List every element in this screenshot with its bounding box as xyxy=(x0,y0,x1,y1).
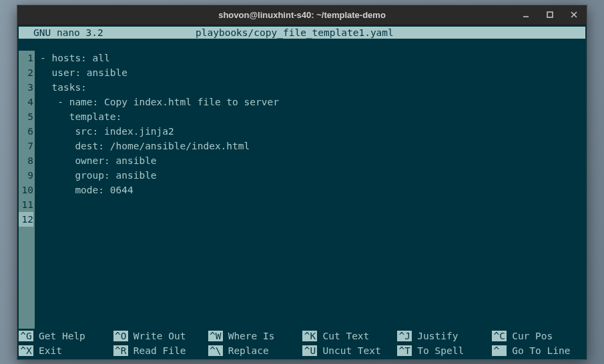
shortcut-label: Justify xyxy=(417,331,458,341)
code-line[interactable]: mode: 0644 xyxy=(40,183,587,197)
line-number: 8 xyxy=(19,153,33,168)
line-number: 9 xyxy=(19,168,33,183)
shortcut-label: Where Is xyxy=(228,331,275,341)
shortcut-label: Go To Line xyxy=(512,345,570,356)
line-number: 10 xyxy=(19,183,33,197)
shortcut: ^OWrite Out xyxy=(113,329,207,343)
close-button[interactable] xyxy=(565,8,583,21)
line-number: 2 xyxy=(19,65,33,80)
maximize-button[interactable] xyxy=(541,8,559,21)
shortcut-label: To Spell xyxy=(417,345,464,356)
titlebar[interactable]: shovon@linuxhint-s40: ~/template-demo xyxy=(17,5,587,25)
shortcut: ^WWhere Is xyxy=(208,329,302,343)
shortcut: ^UUncut Text xyxy=(302,343,396,358)
svg-rect-1 xyxy=(547,12,553,17)
shortcut: ^XExit xyxy=(19,343,112,358)
shortcut-key: ^T xyxy=(397,345,412,356)
shortcut: ^_Go To Line xyxy=(492,343,585,358)
window-controls xyxy=(517,8,583,21)
code-line[interactable]: src: index.jinja2 xyxy=(40,124,587,139)
line-number: 5 xyxy=(19,109,33,124)
shortcut: ^KCut Text xyxy=(302,329,396,343)
shortcut: ^CCur Pos xyxy=(492,329,585,343)
shortcut-label: Replace xyxy=(228,345,269,356)
shortcut: ^JJustify xyxy=(397,329,491,343)
code-line[interactable]: group: ansible xyxy=(40,168,587,183)
terminal-body[interactable]: GNU nano 3.2 playbooks/copy_file_templat… xyxy=(17,25,587,359)
shortcut-key: ^\ xyxy=(208,345,223,356)
terminal-window: shovon@linuxhint-s40: ~/template-demo GN… xyxy=(17,5,587,360)
line-number: 11 xyxy=(19,197,33,212)
shortcut: ^GGet Help xyxy=(19,329,112,343)
line-gutter: 123456789101112 xyxy=(19,51,35,329)
code-line[interactable]: - name: Copy index.html file to server xyxy=(40,95,587,109)
code-line[interactable]: - hosts: all xyxy=(40,51,587,65)
shortcut-label: Read File xyxy=(133,345,186,356)
shortcut-key: ^C xyxy=(492,331,507,341)
line-number: 4 xyxy=(19,95,33,109)
code-line[interactable] xyxy=(40,212,587,227)
shortcut-key: ^O xyxy=(113,331,128,341)
shortcut-label: Write Out xyxy=(133,331,186,341)
code-line[interactable]: user: ansible xyxy=(40,65,587,80)
line-number: 6 xyxy=(19,124,33,139)
shortcut-key: ^G xyxy=(19,331,33,341)
code-line[interactable]: template: xyxy=(40,109,587,124)
shortcuts-footer: ^GGet Help^OWrite Out^WWhere Is^KCut Tex… xyxy=(19,329,585,358)
shortcut-label: Exit xyxy=(39,345,62,356)
shortcut-label: Cut Text xyxy=(322,331,369,341)
code-line[interactable]: dest: /home/ansible/index.html xyxy=(40,139,587,153)
shortcut-label: Get Help xyxy=(39,331,85,341)
shortcut: ^RRead File xyxy=(113,343,207,358)
nano-header: GNU nano 3.2 playbooks/copy_file_templat… xyxy=(19,27,585,39)
nano-filename: playbooks/copy_file_template1.yaml xyxy=(196,27,394,38)
line-number: 7 xyxy=(19,139,33,153)
nano-version: GNU nano 3.2 xyxy=(19,27,196,38)
shortcut-key: ^K xyxy=(302,331,317,341)
shortcut: ^\Replace xyxy=(208,343,302,358)
shortcut-label: Uncut Text xyxy=(322,345,380,356)
shortcut-label: Cur Pos xyxy=(512,331,553,341)
shortcut-key: ^W xyxy=(208,331,223,341)
line-number: 3 xyxy=(19,80,33,95)
shortcut-key: ^J xyxy=(397,331,412,341)
shortcut-key: ^_ xyxy=(492,345,507,356)
line-number: 1 xyxy=(19,51,33,65)
shortcut-key: ^U xyxy=(302,345,317,356)
shortcut: ^TTo Spell xyxy=(397,343,491,358)
code-line[interactable] xyxy=(40,197,587,212)
code-area[interactable]: - hosts: all user: ansible tasks: - name… xyxy=(35,51,587,329)
line-number: 12 xyxy=(19,212,33,227)
shortcut-key: ^X xyxy=(19,345,33,356)
code-line[interactable]: owner: ansible xyxy=(40,153,587,168)
code-line[interactable]: tasks: xyxy=(40,80,587,95)
shortcut-key: ^R xyxy=(113,345,128,356)
editor-area[interactable]: 123456789101112 - hosts: all user: ansib… xyxy=(17,39,587,329)
window-title: shovon@linuxhint-s40: ~/template-demo xyxy=(218,10,386,20)
minimize-button[interactable] xyxy=(517,8,535,21)
